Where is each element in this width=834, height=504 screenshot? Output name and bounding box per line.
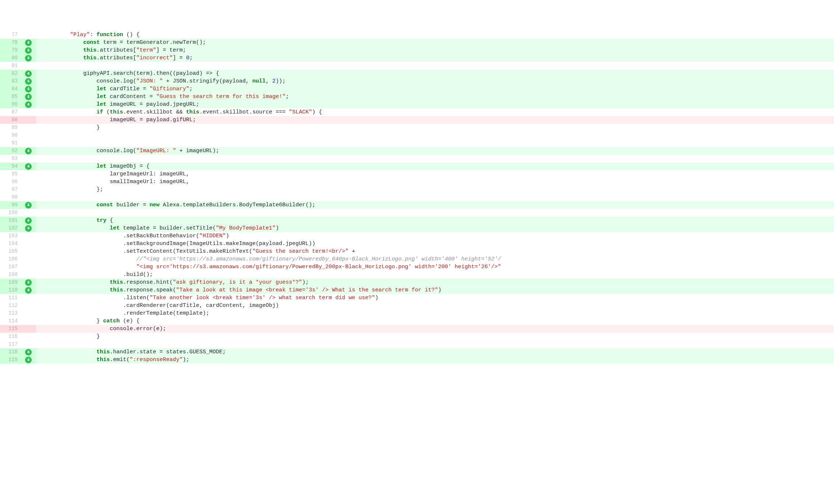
line-number[interactable]: 92	[0, 147, 23, 155]
coverage-badge[interactable]: 4	[25, 287, 32, 294]
diff-line[interactable]: 91	[0, 139, 834, 147]
diff-line[interactable]: 95 largeImageUrl: imageURL,	[0, 170, 834, 178]
line-number[interactable]: 115	[0, 325, 23, 333]
diff-line[interactable]: 1024 let template = builder.setTitle("My…	[0, 224, 834, 232]
coverage-badge[interactable]: 4	[25, 279, 32, 286]
line-number[interactable]: 98	[0, 193, 23, 201]
coverage-badge[interactable]: 4	[25, 225, 32, 232]
line-number[interactable]: 117	[0, 340, 23, 348]
line-number[interactable]: 95	[0, 170, 23, 178]
coverage-badge[interactable]: 4	[25, 78, 32, 85]
diff-line[interactable]: 944 let imageObj = {	[0, 162, 834, 170]
line-number[interactable]: 93	[0, 155, 23, 162]
diff-line[interactable]: 854 let cardContent = "Guess the search …	[0, 93, 834, 101]
line-number[interactable]: 102	[0, 224, 23, 232]
line-number[interactable]: 110	[0, 286, 23, 294]
diff-line[interactable]: 1104 this.response.speak("Take a look at…	[0, 286, 834, 294]
line-number[interactable]: 111	[0, 294, 23, 302]
line-number[interactable]: 97	[0, 186, 23, 193]
diff-line[interactable]: 834 console.log("JSON: " + JSON.stringif…	[0, 77, 834, 85]
diff-line[interactable]: 103 .setBackButtonBehavior("HIDDEN")	[0, 232, 834, 240]
line-number[interactable]: 96	[0, 178, 23, 186]
diff-line[interactable]: 90	[0, 132, 834, 139]
line-number[interactable]: 85	[0, 93, 23, 101]
diff-line[interactable]: 105 .setTextContent(TextUtils.makeRichTe…	[0, 248, 834, 255]
line-number[interactable]: 79	[0, 46, 23, 54]
diff-line[interactable]: 88 imageURL = payload.gifURL;	[0, 116, 834, 124]
line-number[interactable]: 100	[0, 209, 23, 217]
coverage-badge[interactable]: 4	[25, 202, 32, 209]
diff-line[interactable]: 77 "Play": function () {	[0, 31, 834, 39]
line-number[interactable]: 108	[0, 271, 23, 279]
diff-line[interactable]: 113 .renderTemplate(template);	[0, 309, 834, 317]
diff-line[interactable]: 924 console.log("ImageURL: " + imageURL)…	[0, 147, 834, 155]
diff-line[interactable]: 784 const term = termGenerator.newTerm()…	[0, 39, 834, 46]
coverage-badge[interactable]: 4	[25, 163, 32, 170]
diff-line[interactable]: 794 this.attributes["term"] = term;	[0, 46, 834, 54]
diff-line[interactable]: 106 //"<img src='https://s3.amazonaws.co…	[0, 255, 834, 263]
diff-line[interactable]: 1184 this.handler.state = states.GUESS_M…	[0, 348, 834, 356]
diff-line[interactable]: 108 .build();	[0, 271, 834, 279]
diff-line[interactable]: 115 console.error(e);	[0, 325, 834, 333]
line-number[interactable]: 77	[0, 31, 23, 39]
line-number[interactable]: 104	[0, 240, 23, 248]
diff-line[interactable]: 824 giphyAPI.search(term).then((payload)…	[0, 70, 834, 77]
line-number[interactable]: 105	[0, 248, 23, 255]
line-number[interactable]: 90	[0, 132, 23, 139]
line-number[interactable]: 119	[0, 356, 23, 364]
line-number[interactable]: 86	[0, 101, 23, 108]
coverage-badge[interactable]: 4	[25, 101, 32, 108]
diff-line[interactable]: 107 "<img src='https://s3.amazonaws.com/…	[0, 263, 834, 271]
diff-line[interactable]: 89 }	[0, 124, 834, 132]
diff-line[interactable]: 87 if (this.event.skillbot && this.event…	[0, 108, 834, 116]
diff-line[interactable]: 864 let imageURL = payload.jpegURL;	[0, 101, 834, 108]
diff-line[interactable]: 112 .cardRenderer(cardTitle, cardContent…	[0, 302, 834, 309]
line-number[interactable]: 87	[0, 108, 23, 116]
diff-line[interactable]: 804 this.attributes["incorrect"] = 0;	[0, 54, 834, 62]
coverage-badge[interactable]: 4	[25, 357, 32, 363]
diff-line[interactable]: 1194 this.emit(":responseReady");	[0, 356, 834, 364]
diff-line[interactable]: 844 let cardTitle = "Giftionary";	[0, 85, 834, 93]
diff-line[interactable]: 1094 this.response.hint("ask giftionary,…	[0, 279, 834, 286]
coverage-badge[interactable]: 4	[25, 94, 32, 100]
line-number[interactable]: 80	[0, 54, 23, 62]
line-number[interactable]: 113	[0, 309, 23, 317]
diff-line[interactable]: 1014 try {	[0, 217, 834, 224]
diff-line[interactable]: 994 const builder = new Alexa.templateBu…	[0, 201, 834, 209]
coverage-badge[interactable]: 4	[25, 349, 32, 356]
coverage-badge[interactable]: 4	[25, 47, 32, 54]
line-number[interactable]: 118	[0, 348, 23, 356]
line-number[interactable]: 84	[0, 85, 23, 93]
diff-line[interactable]: 111 .listen("Take another look <break ti…	[0, 294, 834, 302]
diff-line[interactable]: 93	[0, 155, 834, 162]
diff-line[interactable]: 98	[0, 193, 834, 201]
coverage-badge[interactable]: 4	[25, 217, 32, 224]
coverage-badge[interactable]: 4	[25, 86, 32, 92]
line-number[interactable]: 94	[0, 162, 23, 170]
line-number[interactable]: 112	[0, 302, 23, 309]
line-number[interactable]: 116	[0, 333, 23, 340]
diff-line[interactable]: 81	[0, 62, 834, 70]
line-number[interactable]: 114	[0, 317, 23, 325]
line-number[interactable]: 107	[0, 263, 23, 271]
line-number[interactable]: 109	[0, 279, 23, 286]
line-number[interactable]: 82	[0, 70, 23, 77]
line-number[interactable]: 78	[0, 39, 23, 46]
line-number[interactable]: 106	[0, 255, 23, 263]
diff-line[interactable]: 114 } catch (e) {	[0, 317, 834, 325]
coverage-badge[interactable]: 4	[25, 148, 32, 154]
line-number[interactable]: 83	[0, 77, 23, 85]
diff-line[interactable]: 100	[0, 209, 834, 217]
line-number[interactable]: 91	[0, 139, 23, 147]
line-number[interactable]: 99	[0, 201, 23, 209]
coverage-badge[interactable]: 4	[25, 55, 32, 62]
line-number[interactable]: 89	[0, 124, 23, 132]
line-number[interactable]: 101	[0, 217, 23, 224]
diff-line[interactable]: 97 };	[0, 186, 834, 193]
line-number[interactable]: 88	[0, 116, 23, 124]
diff-line[interactable]: 104 .setBackgroundImage(ImageUtils.makeI…	[0, 240, 834, 248]
line-number[interactable]: 103	[0, 232, 23, 240]
diff-line[interactable]: 117	[0, 340, 834, 348]
diff-line[interactable]: 116 }	[0, 333, 834, 340]
line-number[interactable]: 81	[0, 62, 23, 70]
